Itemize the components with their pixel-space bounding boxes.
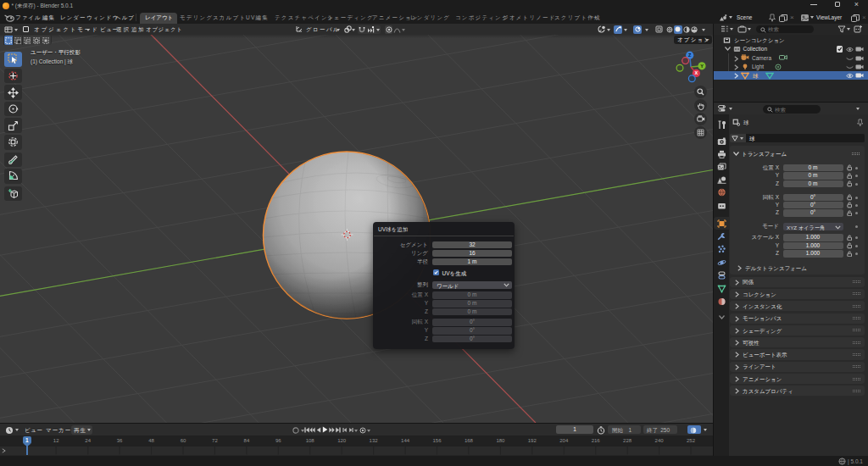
svg-text:X: X xyxy=(695,70,698,75)
svg-text:Y: Y xyxy=(700,64,704,69)
